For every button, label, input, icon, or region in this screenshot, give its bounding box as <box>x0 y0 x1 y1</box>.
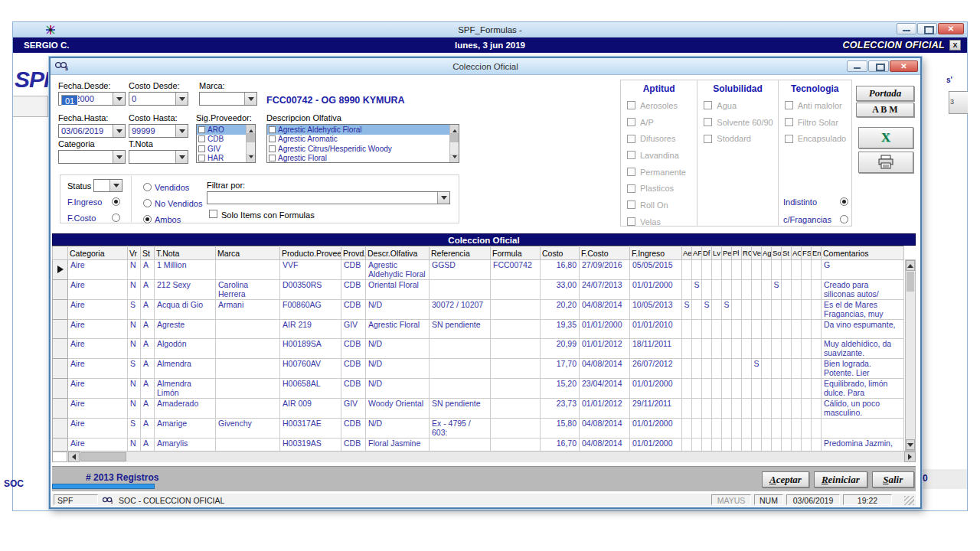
column-header[interactable]: AC <box>792 246 802 260</box>
table-row[interactable]: AireNAAlmendra LimónH00658ALCDBN/D15,202… <box>53 379 904 399</box>
checkbox-icon[interactable] <box>269 145 276 152</box>
cell[interactable]: Aire <box>68 419 128 439</box>
cell[interactable] <box>682 419 692 439</box>
cell[interactable]: 04/08/2014 <box>580 300 630 320</box>
cell[interactable] <box>682 359 692 379</box>
column-header[interactable]: Comentarios <box>822 246 904 260</box>
cell[interactable]: N <box>128 320 141 339</box>
checkbox-icon[interactable] <box>785 135 793 143</box>
cell[interactable] <box>491 339 541 359</box>
cell[interactable]: N/D <box>366 339 430 359</box>
row-selector[interactable] <box>53 260 68 280</box>
cell[interactable]: A <box>141 260 155 280</box>
cell[interactable] <box>732 359 742 379</box>
cell[interactable]: 04/08/2014 <box>580 359 630 379</box>
cell[interactable]: SN pendiente <box>430 399 491 419</box>
cell[interactable]: S <box>128 359 141 379</box>
cell[interactable] <box>782 379 792 399</box>
checkbox-icon[interactable] <box>704 135 712 143</box>
cell[interactable]: Almendra Limón <box>155 379 216 399</box>
column-header[interactable]: Marca <box>216 246 280 260</box>
filtrar-por-combo[interactable] <box>207 191 450 204</box>
cell[interactable] <box>782 399 792 419</box>
cell[interactable] <box>792 359 802 379</box>
column-header[interactable]: F.Costo <box>580 246 630 260</box>
cell[interactable] <box>762 339 772 359</box>
maximize-icon[interactable] <box>917 23 937 34</box>
cell[interactable] <box>732 379 742 399</box>
marca-combo[interactable] <box>199 92 257 106</box>
cell[interactable]: 01/01/2012 <box>580 339 630 359</box>
cell[interactable] <box>682 320 692 339</box>
cell[interactable] <box>712 300 722 320</box>
checkbox-icon[interactable] <box>269 135 276 142</box>
cell[interactable] <box>752 419 762 439</box>
cell[interactable] <box>772 320 782 339</box>
cell[interactable]: AIR 219 <box>280 320 341 339</box>
checkbox-icon[interactable] <box>269 126 276 133</box>
cell[interactable] <box>772 379 782 399</box>
cell[interactable]: D00350RS <box>280 280 341 300</box>
cell[interactable] <box>702 280 712 300</box>
f-ingreso-radio[interactable] <box>112 197 120 206</box>
cell[interactable] <box>702 379 712 399</box>
costo-desde-combo[interactable]: 0 <box>129 92 188 106</box>
cell[interactable]: S <box>128 419 141 439</box>
cell[interactable] <box>772 399 782 419</box>
checkbox-icon[interactable] <box>627 201 635 209</box>
checkbox-icon[interactable] <box>627 184 635 193</box>
cell[interactable] <box>702 260 712 280</box>
excel-export-button[interactable]: X <box>858 127 913 148</box>
cell[interactable] <box>732 320 742 339</box>
cell[interactable] <box>742 320 752 339</box>
cell[interactable] <box>792 320 802 339</box>
list-option[interactable]: Agrestic Aromatic <box>267 135 449 145</box>
cell[interactable] <box>772 419 782 439</box>
column-header[interactable]: Df <box>702 246 712 260</box>
resize-grip[interactable] <box>904 496 914 505</box>
cell[interactable] <box>762 300 772 320</box>
cell[interactable] <box>216 359 280 379</box>
cell[interactable]: VVF <box>280 260 341 280</box>
cell[interactable]: 23,73 <box>541 399 580 419</box>
cell[interactable] <box>722 260 732 280</box>
cell[interactable]: H00658AL <box>280 379 341 399</box>
cell[interactable] <box>702 359 712 379</box>
categoria-combo[interactable] <box>58 150 126 164</box>
cell[interactable] <box>491 359 541 379</box>
cell[interactable]: S <box>752 359 762 379</box>
cell[interactable] <box>812 320 822 339</box>
cell[interactable]: GGSD <box>430 260 491 280</box>
cell[interactable] <box>792 379 802 399</box>
cfragancias-radio[interactable] <box>840 215 848 223</box>
cell[interactable]: S <box>722 300 732 320</box>
cell[interactable] <box>762 379 772 399</box>
cell[interactable]: Aire <box>68 399 128 419</box>
dropdown-arrow-icon[interactable] <box>175 125 188 137</box>
list-option[interactable]: CDB <box>197 135 246 145</box>
cell[interactable]: 04/08/2014 <box>580 419 630 439</box>
cell[interactable] <box>722 419 732 439</box>
cell[interactable]: 15,80 <box>541 419 580 439</box>
cell[interactable] <box>682 260 692 280</box>
scroll-left-icon[interactable] <box>68 452 80 462</box>
dropdown-arrow-icon[interactable] <box>113 151 125 163</box>
cell[interactable] <box>491 379 541 399</box>
cell[interactable]: N <box>128 280 141 300</box>
cell[interactable] <box>742 300 752 320</box>
column-header[interactable]: AF <box>692 246 702 260</box>
cell[interactable]: Oriental Floral <box>366 280 430 300</box>
dropdown-arrow-icon[interactable] <box>437 192 449 204</box>
cell[interactable]: SN pendiente <box>430 320 491 339</box>
scrollbar-thumb[interactable] <box>80 452 126 461</box>
cell[interactable]: Creado para siliconas autos/ <box>822 280 904 300</box>
column-header[interactable]: RC <box>742 246 752 260</box>
cell[interactable] <box>692 419 702 439</box>
cell[interactable]: S <box>692 280 702 300</box>
cell[interactable] <box>430 379 491 399</box>
column-header[interactable]: Pe <box>722 246 732 260</box>
cell[interactable]: Acqua di Gio <box>155 300 216 320</box>
cell[interactable]: A <box>141 320 155 339</box>
cell[interactable]: Aire <box>68 379 128 399</box>
scroll-down-icon[interactable] <box>450 154 459 162</box>
